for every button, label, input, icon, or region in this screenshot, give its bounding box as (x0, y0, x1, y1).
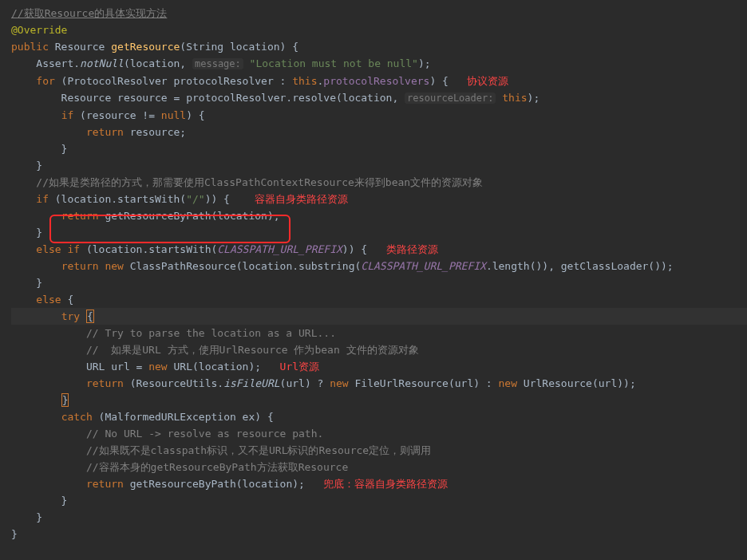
code-line: } (11, 392, 747, 408)
code-line: //获取Resource的具体实现方法 (11, 5, 747, 22)
matched-brace: { (86, 310, 94, 323)
annotation-label: 协议资源 (467, 75, 508, 87)
code-line: for (ProtocolResolver protocolResolver :… (11, 73, 747, 89)
parameter-hint: resourceLoader: (405, 93, 496, 104)
code-line: return resource; (11, 124, 747, 140)
code-line: else if (location.startsWith(CLASSPATH_U… (11, 241, 747, 258)
code-line: else { (11, 291, 747, 308)
code-line: @Override (11, 22, 747, 38)
code-line: // 如果是URL 方式，使用UrlResource 作为bean 文件的资源对… (11, 341, 747, 358)
code-line: } (11, 526, 747, 542)
code-line: // Try to parse the location as a URL... (11, 325, 747, 341)
code-line: return new ClassPathResource(location.su… (11, 258, 747, 274)
code-line: } (11, 224, 747, 241)
code-line: } (11, 509, 747, 526)
code-line: return getResourceByPath(location); 兜底：容… (11, 475, 747, 492)
annotation-label: 容器自身类路径资源 (255, 193, 348, 205)
annotation-label: 类路径资源 (386, 243, 438, 255)
code-line: if (location.startsWith("/")) { 容器自身类路径资… (11, 191, 747, 207)
code-line: //如果是类路径的方式，那需要使用ClassPathContextResourc… (11, 174, 747, 191)
code-line: Resource resource = protocolResolver.res… (11, 89, 747, 107)
code-line: } (11, 140, 747, 157)
code-line: } (11, 274, 747, 291)
code-line: } (11, 157, 747, 174)
annotation-label: Url资源 (280, 361, 319, 373)
code-line: if (resource != null) { (11, 107, 747, 124)
code-line: } (11, 492, 747, 509)
matched-brace: } (61, 393, 69, 407)
code-line: public Resource getResource(String locat… (11, 38, 747, 55)
annotation-label: 兜底：容器自身类路径资源 (323, 478, 448, 490)
parameter-hint: message: (192, 58, 243, 69)
code-line: // No URL -> resolve as resource path. (11, 425, 747, 442)
code-editor[interactable]: //获取Resource的具体实现方法 @Override public Res… (11, 5, 747, 542)
code-line: catch (MalformedURLException ex) { (11, 408, 747, 425)
code-line: //如果既不是classpath标识，又不是URL标识的Resource定位，则… (11, 442, 747, 459)
code-line: return (ResourceUtils.isFileURL(url) ? n… (11, 375, 747, 392)
code-line: //容器本身的getResourceByPath方法获取Resource (11, 459, 747, 475)
code-line: Assert.notNull(location, message: "Locat… (11, 55, 747, 73)
code-line: URL url = new URL(location); Url资源 (11, 358, 747, 375)
code-line-highlighted: try { (11, 308, 747, 325)
code-line: return getResourceByPath(location); (11, 207, 747, 224)
